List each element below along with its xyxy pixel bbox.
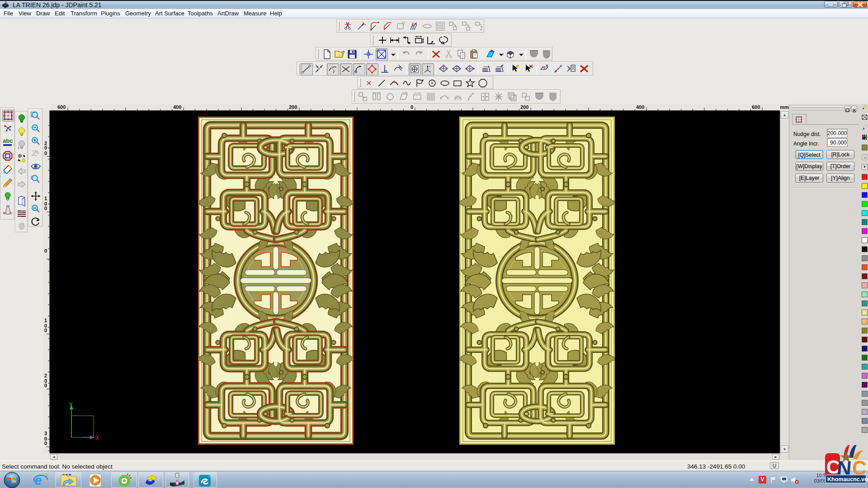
svg-text:600: 600 bbox=[57, 104, 66, 110]
svg-text:0: 0 bbox=[410, 104, 413, 110]
svg-text:400: 400 bbox=[636, 104, 644, 110]
svg-text:Khomaucnc.vn: Khomaucnc.vn bbox=[827, 476, 868, 483]
svg-text:1: 1 bbox=[44, 196, 47, 201]
svg-text:2: 2 bbox=[44, 373, 47, 378]
svg-text:0: 0 bbox=[44, 441, 47, 446]
svg-text:600: 600 bbox=[752, 104, 760, 110]
svg-text:1: 1 bbox=[44, 318, 47, 323]
svg-text:0: 0 bbox=[44, 383, 47, 388]
svg-text:0: 0 bbox=[44, 150, 47, 156]
svg-text:0: 0 bbox=[44, 206, 47, 211]
svg-text:0: 0 bbox=[44, 145, 47, 150]
svg-text:200: 200 bbox=[289, 104, 297, 110]
svg-text:0: 0 bbox=[44, 248, 47, 253]
svg-text:Y: Y bbox=[69, 402, 73, 408]
svg-text:200: 200 bbox=[520, 104, 528, 110]
svg-text:X: X bbox=[95, 435, 99, 442]
svg-text:0: 0 bbox=[44, 328, 47, 333]
svg-text:3: 3 bbox=[44, 431, 47, 436]
svg-text:400: 400 bbox=[173, 104, 181, 110]
